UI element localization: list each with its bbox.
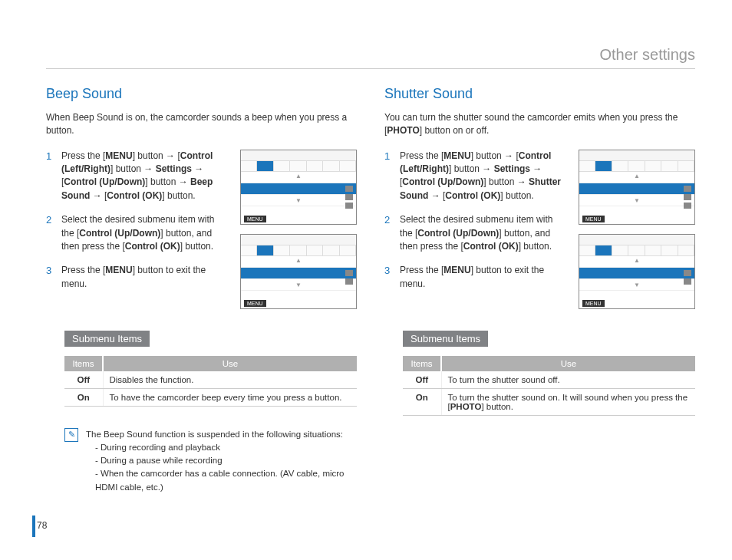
note-bullet: During recording and playback <box>86 441 357 454</box>
menu-label: MENU <box>582 216 605 222</box>
lcd-preview-1: ▲ ▼ MENU <box>240 150 357 225</box>
step-number: 1 <box>384 150 394 203</box>
table-row: Off Disables the function. <box>64 371 357 389</box>
shutter-sound-section: Shutter Sound You can turn the shutter s… <box>384 86 695 494</box>
table-cell-use: Disables the function. <box>103 371 357 389</box>
table-header-use: Use <box>103 356 357 371</box>
page-header: Other settings <box>46 46 695 69</box>
table-row: Off To turn the shutter sound off. <box>403 371 695 389</box>
shutter-intro: You can turn the shutter sound the camco… <box>384 111 695 137</box>
menu-label: MENU <box>244 300 266 307</box>
step-text: Select the desired submenu item with the… <box>400 213 565 253</box>
page-accent-bar <box>32 516 35 537</box>
table-cell-item: On <box>403 388 441 415</box>
beep-submenu-table: Items Use Off Disables the function. On … <box>64 356 357 407</box>
menu-label: MENU <box>244 216 266 222</box>
step-text: Press the [MENU] button to exit the menu… <box>61 264 226 291</box>
table-header-items: Items <box>64 356 103 371</box>
note-bullet: When the camcorder has a cable connectio… <box>86 467 357 494</box>
lcd-preview-4: ▲ ▼ MENU <box>579 234 695 309</box>
page-number: 78 <box>37 520 47 531</box>
menu-label: MENU <box>582 300 605 307</box>
chevron-down-icon: ▼ <box>295 197 302 204</box>
step-text: Press the [MENU] button → [Control (Left… <box>400 150 565 203</box>
step-number: 2 <box>384 213 394 253</box>
shutter-step-1: 1 Press the [MENU] button → [Control (Le… <box>384 150 565 203</box>
submenu-items-label: Submenu Items <box>403 331 488 347</box>
note-lead: The Beep Sound function is suspended in … <box>86 428 357 441</box>
step-number: 1 <box>46 150 55 203</box>
table-row: On To turn the shutter sound on. It will… <box>403 388 695 415</box>
table-cell-item: Off <box>403 371 441 389</box>
shutter-submenu-table: Items Use Off To turn the shutter sound … <box>403 356 695 416</box>
table-cell-use: To have the camcorder beep every time yo… <box>103 388 357 406</box>
table-header-items: Items <box>403 356 441 371</box>
chevron-down-icon: ▼ <box>634 197 640 204</box>
chevron-down-icon: ▼ <box>295 282 302 288</box>
beep-step-1: 1 Press the [MENU] button → [Control (Le… <box>46 150 226 203</box>
table-header-use: Use <box>441 356 695 371</box>
table-cell-use: To turn the shutter sound on. It will so… <box>441 388 695 415</box>
step-text: Press the [MENU] button → [Control (Left… <box>61 150 226 203</box>
step-number: 2 <box>46 213 55 253</box>
step-text: Select the desired submenu item with the… <box>61 213 226 253</box>
section-title-shutter: Shutter Sound <box>384 86 695 102</box>
note-bullet: During a pause while recording <box>86 454 357 467</box>
step-text: Press the [MENU] button to exit the menu… <box>400 264 565 291</box>
chevron-down-icon: ▼ <box>634 282 640 288</box>
step-number: 3 <box>46 264 55 291</box>
table-cell-item: On <box>64 388 103 406</box>
table-cell-item: Off <box>64 371 103 389</box>
lcd-preview-2: ▲ ▼ MENU <box>240 234 357 309</box>
shutter-step-3: 3 Press the [MENU] button to exit the me… <box>384 264 565 291</box>
lcd-preview-3: ▲ ▼ MENU <box>579 150 695 225</box>
beep-intro: When Beep Sound is on, the camcorder sou… <box>46 111 357 137</box>
beep-sound-section: Beep Sound When Beep Sound is on, the ca… <box>46 86 357 494</box>
note-icon: ✎ <box>64 428 78 442</box>
table-cell-use: To turn the shutter sound off. <box>441 371 695 389</box>
beep-step-2: 2 Select the desired submenu item with t… <box>46 213 226 253</box>
beep-note: ✎ The Beep Sound function is suspended i… <box>64 428 357 494</box>
beep-step-3: 3 Press the [MENU] button to exit the me… <box>46 264 226 291</box>
step-number: 3 <box>384 264 394 291</box>
section-title-beep: Beep Sound <box>46 86 357 102</box>
shutter-step-2: 2 Select the desired submenu item with t… <box>384 213 565 253</box>
submenu-items-label: Submenu Items <box>64 331 150 347</box>
table-row: On To have the camcorder beep every time… <box>64 388 357 406</box>
